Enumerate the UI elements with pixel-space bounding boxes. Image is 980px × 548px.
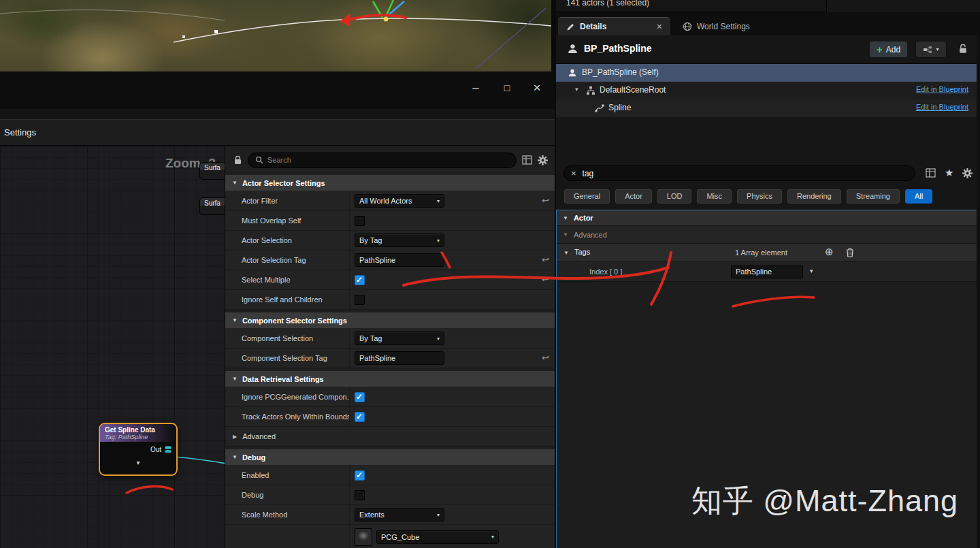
delete-array-icon[interactable] <box>845 247 855 258</box>
edit-in-blueprint-link[interactable]: Edit in Blueprint <box>916 103 968 111</box>
outliner-status: 141 actors (1 selected) <box>566 0 649 7</box>
node-body: Out <box>100 442 176 460</box>
debug-checkbox[interactable]: ✓ <box>355 490 365 500</box>
settings-toolbar: Search <box>225 146 555 172</box>
advanced-expander[interactable]: ▼ Advanced <box>557 226 979 244</box>
check-icon: ✓ <box>356 275 363 285</box>
tags-index-0-row: Index [ 0 ] PathSpline ▾ <box>557 262 979 282</box>
track-actors-only-within-bounds-checkbox[interactable]: ✓ <box>355 412 365 422</box>
actor-selection-tag-input[interactable]: PathSpline <box>355 253 444 267</box>
spline-icon <box>595 103 604 113</box>
ignore-pcg-generated-checkbox[interactable]: ✓ <box>355 392 365 402</box>
close-button[interactable]: × <box>527 78 546 97</box>
window-header: Settings <box>0 119 555 146</box>
chevron-down-icon: ▾ <box>936 46 938 52</box>
must-overlap-self-checkbox[interactable]: ✓ <box>355 216 365 226</box>
actor-icon <box>567 43 578 54</box>
minimize-button[interactable]: – <box>466 78 485 97</box>
property-label: Track Actors Only Within Bounds <box>225 407 350 426</box>
select-multiple-checkbox[interactable]: ✓ <box>355 275 365 285</box>
section-actor-selector-settings[interactable]: ▼ Actor Selector Settings <box>225 175 555 191</box>
clear-search-icon[interactable]: × <box>571 168 576 178</box>
triangle-down-icon: ▼ <box>564 250 569 256</box>
tag-value-dropdown[interactable]: PathSpline <box>731 265 803 278</box>
section-title: Debug <box>242 453 265 462</box>
property-row: Actor Filter All World Actors ▾ ↩ <box>225 191 555 211</box>
actor-filter-dropdown[interactable]: All World Actors ▾ <box>355 194 444 208</box>
triangle-down-icon: ▼ <box>232 180 238 186</box>
tree-row-self[interactable]: BP_PathSpline (Self) <box>556 64 980 82</box>
pcg-graph-canvas[interactable]: Zoom -2 Surfa Surfa Get Spline Data Tag:… <box>0 146 225 548</box>
chevron-down-icon: ▾ <box>491 534 494 540</box>
outliner-status-bar: 141 actors (1 selected) <box>556 0 827 12</box>
array-element-options-chevron[interactable]: ▾ <box>810 268 813 274</box>
lock-icon[interactable] <box>233 155 242 165</box>
chevron-down-icon[interactable]: ▾ <box>575 86 578 93</box>
reset-to-default-icon[interactable]: ↩ <box>542 255 549 265</box>
scene-root-icon <box>586 86 595 95</box>
advanced-expander[interactable]: ▶ Advanced <box>225 427 555 447</box>
mesh-thumbnail[interactable] <box>355 528 372 546</box>
section-debug[interactable]: ▼ Debug <box>225 449 555 466</box>
reset-to-default-icon[interactable]: ↩ <box>542 195 549 206</box>
filter-physics[interactable]: Physics <box>737 189 782 204</box>
property-row: Actor Selection By Tag ▾ <box>225 231 555 251</box>
filter-actor[interactable]: Actor <box>615 189 652 204</box>
property-row: Select Multiple ✓ ↩ <box>225 270 555 290</box>
triangle-down-icon: ▼ <box>563 215 568 221</box>
check-icon: ✓ <box>356 412 363 421</box>
filter-general[interactable]: General <box>564 189 610 204</box>
property-row: Ignore Self and Children ✓ <box>225 290 555 310</box>
component-selection-dropdown[interactable]: By Tag ▾ <box>355 332 444 345</box>
search-icon <box>255 156 263 164</box>
details-search-input[interactable]: × tag <box>564 165 915 181</box>
component-selection-tag-input[interactable]: PathSpline <box>355 351 444 365</box>
node-subtitle: Tag: PathSpline <box>105 434 172 440</box>
section-actor[interactable]: ▼ Actor <box>557 210 979 226</box>
spline-data-pin-icon[interactable] <box>165 446 172 453</box>
tags-array-row[interactable]: ▼ Tags 1 Array element ⊕ <box>557 244 979 262</box>
filter-lod[interactable]: LOD <box>657 189 692 204</box>
debug-enabled-checkbox[interactable]: ✓ <box>355 470 365 481</box>
3d-viewport[interactable] <box>0 0 551 71</box>
component-picker-button[interactable]: ▾ <box>915 41 947 58</box>
mesh-asset-dropdown[interactable]: PCG_Cube ▾ <box>376 530 499 544</box>
column-view-icon[interactable] <box>522 155 532 165</box>
add-component-button[interactable]: + Add <box>869 41 908 58</box>
property-row: Component Selection Tag PathSpline ↩ <box>225 349 555 368</box>
node-collapse-chevron[interactable]: ▾ <box>100 460 176 466</box>
reset-to-default-icon[interactable]: ↩ <box>542 353 549 363</box>
property-row: Track Actors Only Within Bounds ✓ <box>225 407 555 427</box>
section-data-retrieval-settings[interactable]: ▼ Data Retrieval Settings <box>225 371 555 387</box>
filter-streaming[interactable]: Streaming <box>847 189 900 204</box>
filter-all[interactable]: All <box>905 189 932 204</box>
scrollbar[interactable] <box>977 35 980 548</box>
get-spline-data-node[interactable]: Get Spline Data Tag: PathSpline Out ▾ <box>99 423 178 476</box>
property-label: Ignore PCGGenerated Compon... <box>225 387 350 406</box>
maximize-button[interactable]: □ <box>497 78 517 97</box>
gear-icon[interactable] <box>962 168 973 178</box>
settings-search-input[interactable]: Search <box>248 152 517 168</box>
column-view-icon[interactable] <box>926 168 936 178</box>
window-titlebar[interactable]: – □ × <box>0 71 555 109</box>
lock-open-icon[interactable] <box>958 44 968 54</box>
tab-details[interactable]: Details × <box>558 17 670 35</box>
ignore-self-and-children-checkbox[interactable]: ✓ <box>355 295 365 305</box>
actor-selection-dropdown[interactable]: By Tag ▾ <box>355 233 444 247</box>
edit-in-blueprint-link[interactable]: Edit in Blueprint <box>916 85 968 93</box>
add-array-element-icon[interactable]: ⊕ <box>825 246 834 258</box>
check-icon: ✓ <box>356 470 363 480</box>
close-tab-icon[interactable]: × <box>657 21 662 32</box>
tree-row-spline[interactable]: Spline Edit in Blueprint <box>556 99 980 117</box>
filter-misc[interactable]: Misc <box>697 189 732 204</box>
scale-method-dropdown[interactable]: Extents ▾ <box>355 508 444 521</box>
reset-to-default-icon[interactable]: ↩ <box>542 274 549 285</box>
favorites-icon[interactable]: ★ <box>945 167 953 178</box>
section-component-selector-settings[interactable]: ▼ Component Selector Settings <box>225 312 555 329</box>
tab-world-settings[interactable]: World Settings <box>674 17 758 35</box>
gear-icon[interactable] <box>538 155 548 165</box>
tree-row-scene-root[interactable]: ▾ DefaultSceneRoot Edit in Blueprint <box>556 82 980 99</box>
filter-rendering[interactable]: Rendering <box>787 189 841 204</box>
details-tab-bar: Details × World Settings <box>556 12 980 35</box>
window-title: Settings <box>4 127 36 138</box>
